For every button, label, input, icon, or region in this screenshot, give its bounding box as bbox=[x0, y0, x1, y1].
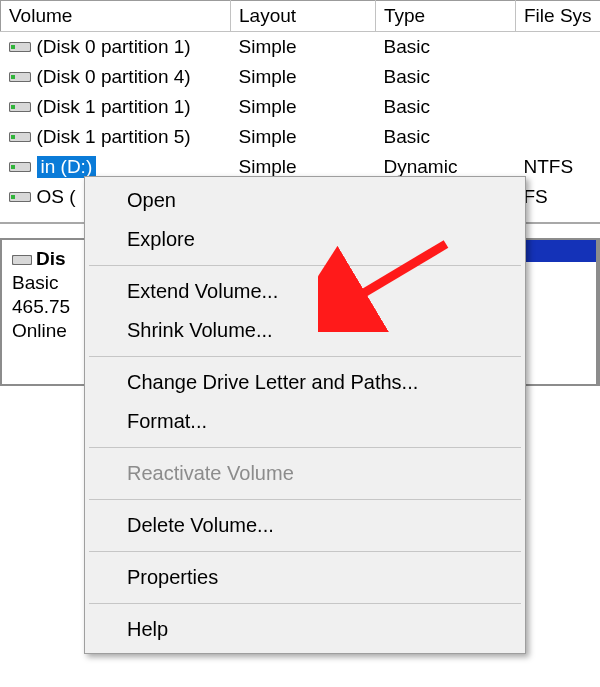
menu-item-delete[interactable]: Delete Volume... bbox=[87, 506, 523, 545]
volume-icon bbox=[9, 131, 31, 143]
volume-name: (Disk 0 partition 1) bbox=[37, 36, 191, 58]
volume-name: (Disk 0 partition 4) bbox=[37, 66, 191, 88]
table-row[interactable]: (Disk 1 partition 5)SimpleBasic bbox=[1, 122, 601, 152]
menu-item-reactivate: Reactivate Volume bbox=[87, 454, 523, 493]
svg-rect-14 bbox=[11, 165, 15, 169]
menu-item-properties[interactable]: Properties bbox=[87, 558, 523, 597]
volume-layout: Simple bbox=[231, 92, 376, 122]
volume-name: (Disk 1 partition 1) bbox=[37, 96, 191, 118]
volume-type: Basic bbox=[376, 122, 516, 152]
svg-rect-17 bbox=[11, 195, 15, 199]
svg-rect-11 bbox=[11, 135, 15, 139]
volume-icon bbox=[9, 101, 31, 113]
volume-icon bbox=[9, 161, 31, 173]
volume-layout: Simple bbox=[231, 32, 376, 63]
column-header-type[interactable]: Type bbox=[376, 1, 516, 32]
menu-item-help[interactable]: Help bbox=[87, 610, 523, 649]
volume-filesys bbox=[516, 62, 601, 92]
svg-rect-2 bbox=[11, 45, 15, 49]
volume-name: in (D:) bbox=[37, 156, 97, 178]
volume-filesys bbox=[516, 122, 601, 152]
volume-type: Basic bbox=[376, 32, 516, 63]
volume-filesys: FS bbox=[516, 182, 601, 212]
table-row[interactable]: (Disk 0 partition 1)SimpleBasic bbox=[1, 32, 601, 63]
menu-item-extend[interactable]: Extend Volume... bbox=[87, 272, 523, 311]
volume-layout: Simple bbox=[231, 62, 376, 92]
volume-filesys bbox=[516, 32, 601, 63]
disk-name: Dis bbox=[36, 248, 66, 269]
svg-rect-5 bbox=[11, 75, 15, 79]
volume-filesys: NTFS bbox=[516, 152, 601, 182]
volume-layout: Simple bbox=[231, 122, 376, 152]
column-header-filesys[interactable]: File Sys bbox=[516, 1, 601, 32]
svg-rect-19 bbox=[13, 256, 31, 264]
volume-filesys bbox=[516, 92, 601, 122]
table-row[interactable]: (Disk 1 partition 1)SimpleBasic bbox=[1, 92, 601, 122]
disk-icon bbox=[12, 253, 32, 267]
volume-type: Basic bbox=[376, 62, 516, 92]
context-menu: Open Explore Extend Volume... Shrink Vol… bbox=[84, 176, 526, 654]
menu-item-open[interactable]: Open bbox=[87, 181, 523, 220]
volume-type: Basic bbox=[376, 92, 516, 122]
volume-name: OS ( bbox=[37, 186, 76, 208]
svg-rect-8 bbox=[11, 105, 15, 109]
menu-item-shrink[interactable]: Shrink Volume... bbox=[87, 311, 523, 350]
volume-icon bbox=[9, 191, 31, 203]
volume-name: (Disk 1 partition 5) bbox=[37, 126, 191, 148]
table-row[interactable]: (Disk 0 partition 4)SimpleBasic bbox=[1, 62, 601, 92]
menu-item-explore[interactable]: Explore bbox=[87, 220, 523, 259]
menu-item-change[interactable]: Change Drive Letter and Paths... bbox=[87, 363, 523, 402]
menu-item-format[interactable]: Format... bbox=[87, 402, 523, 441]
volume-icon bbox=[9, 41, 31, 53]
volume-icon bbox=[9, 71, 31, 83]
column-header-layout[interactable]: Layout bbox=[231, 1, 376, 32]
column-header-volume[interactable]: Volume bbox=[1, 1, 231, 32]
